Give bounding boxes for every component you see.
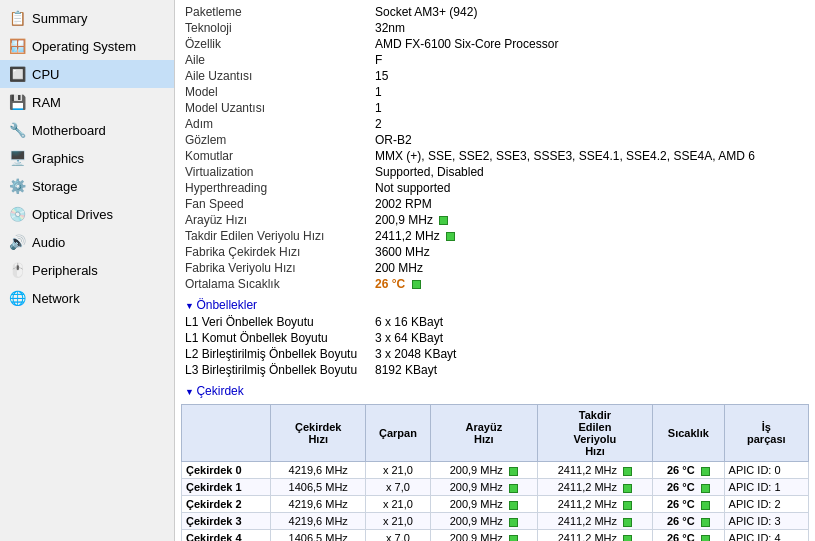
core-row: Çekirdek 0 4219,6 MHz x 21,0 200,9 MHz 2… bbox=[182, 462, 809, 479]
cache-value: 3 x 64 KBayt bbox=[371, 330, 809, 346]
core-apic: APIC ID: 0 bbox=[724, 462, 808, 479]
prop-label: Özellik bbox=[181, 36, 371, 52]
prop-label: Takdir Edilen Veriyolu Hızı bbox=[181, 228, 371, 244]
col-header-name bbox=[182, 405, 271, 462]
core-temp: 26 °C bbox=[653, 462, 725, 479]
core-multiplier: x 7,0 bbox=[365, 530, 430, 542]
table-row: L2 Birleştirilmiş Önbellek Boyutu 3 x 20… bbox=[181, 346, 809, 362]
sidebar-item-os[interactable]: 🪟 Operating System bbox=[0, 32, 174, 60]
table-row: Özellik AMD FX-6100 Six-Core Processor bbox=[181, 36, 809, 52]
indicator-dot bbox=[509, 518, 518, 527]
sidebar-item-cpu[interactable]: 🔲 CPU bbox=[0, 60, 174, 88]
cache-table: L1 Veri Önbellek Boyutu 6 x 16 KBayt L1 … bbox=[181, 314, 809, 378]
core-rated: 2411,2 MHz bbox=[537, 530, 652, 542]
prop-value: OR-B2 bbox=[371, 132, 809, 148]
sidebar-label-cpu: CPU bbox=[32, 67, 59, 82]
table-row: Paketleme Socket AM3+ (942) bbox=[181, 4, 809, 20]
sidebar-item-ram[interactable]: 💾 RAM bbox=[0, 88, 174, 116]
motherboard-icon: 🔧 bbox=[8, 121, 26, 139]
prop-label: Fan Speed bbox=[181, 196, 371, 212]
table-row: Model 1 bbox=[181, 84, 809, 100]
audio-icon: 🔊 bbox=[8, 233, 26, 251]
core-multiplier: x 21,0 bbox=[365, 496, 430, 513]
indicator-dot bbox=[509, 535, 518, 541]
core-section: ÇekirdekHızı Çarpan ArayüzHızı TakdirEdi… bbox=[181, 404, 809, 541]
table-row: L3 Birleştirilmiş Önbellek Boyutu 8192 K… bbox=[181, 362, 809, 378]
sidebar-item-summary[interactable]: 📋 Summary bbox=[0, 4, 174, 32]
col-header-rated: TakdirEdilenVeriyoluHızı bbox=[537, 405, 652, 462]
core-speed: 4219,6 MHz bbox=[271, 462, 366, 479]
cache-label: L2 Birleştirilmiş Önbellek Boyutu bbox=[181, 346, 371, 362]
prop-label: Model bbox=[181, 84, 371, 100]
core-speed: 1406,5 MHz bbox=[271, 530, 366, 542]
core-name: Çekirdek 1 bbox=[182, 479, 271, 496]
core-multiplier: x 7,0 bbox=[365, 479, 430, 496]
indicator-dot bbox=[623, 467, 632, 476]
core-row: Çekirdek 3 4219,6 MHz x 21,0 200,9 MHz 2… bbox=[182, 513, 809, 530]
table-row: Model Uzantısı 1 bbox=[181, 100, 809, 116]
sidebar-item-network[interactable]: 🌐 Network bbox=[0, 284, 174, 312]
optical-icon: 💿 bbox=[8, 205, 26, 223]
sidebar-item-optical[interactable]: 💿 Optical Drives bbox=[0, 200, 174, 228]
prop-value: F bbox=[371, 52, 809, 68]
core-speed: 4219,6 MHz bbox=[271, 496, 366, 513]
sidebar-label-network: Network bbox=[32, 291, 80, 306]
main-content: Paketleme Socket AM3+ (942) Teknoloji 32… bbox=[175, 0, 815, 541]
sidebar-item-motherboard[interactable]: 🔧 Motherboard bbox=[0, 116, 174, 144]
indicator-dot bbox=[701, 535, 710, 541]
cache-value: 8192 KBayt bbox=[371, 362, 809, 378]
prop-label: Gözlem bbox=[181, 132, 371, 148]
prop-label: Teknoloji bbox=[181, 20, 371, 36]
core-speed: 4219,6 MHz bbox=[271, 513, 366, 530]
network-icon: 🌐 bbox=[8, 289, 26, 307]
core-apic: APIC ID: 1 bbox=[724, 479, 808, 496]
prop-value: 1 bbox=[371, 100, 809, 116]
prop-value: 32nm bbox=[371, 20, 809, 36]
sidebar-item-graphics[interactable]: 🖥️ Graphics bbox=[0, 144, 174, 172]
os-icon: 🪟 bbox=[8, 37, 26, 55]
core-row: Çekirdek 1 1406,5 MHz x 7,0 200,9 MHz 24… bbox=[182, 479, 809, 496]
table-row: Aile F bbox=[181, 52, 809, 68]
core-bus: 200,9 MHz bbox=[430, 530, 537, 542]
sidebar-label-audio: Audio bbox=[32, 235, 65, 250]
indicator-dot bbox=[412, 280, 421, 289]
core-rated: 2411,2 MHz bbox=[537, 479, 652, 496]
cache-tree-toggle[interactable]: Önbellekler bbox=[181, 296, 809, 314]
core-temp: 26 °C bbox=[653, 496, 725, 513]
prop-label: Fabrika Çekirdek Hızı bbox=[181, 244, 371, 260]
indicator-dot bbox=[509, 484, 518, 493]
table-row: Virtualization Supported, Disabled bbox=[181, 164, 809, 180]
table-row: L1 Veri Önbellek Boyutu 6 x 16 KBayt bbox=[181, 314, 809, 330]
indicator-dot bbox=[701, 501, 710, 510]
core-tree-toggle[interactable]: Çekirdek bbox=[181, 382, 809, 400]
sidebar-item-audio[interactable]: 🔊 Audio bbox=[0, 228, 174, 256]
prop-value: Socket AM3+ (942) bbox=[371, 4, 809, 20]
prop-value: MMX (+), SSE, SSE2, SSE3, SSSE3, SSE4.1,… bbox=[371, 148, 809, 164]
indicator-dot bbox=[623, 484, 632, 493]
col-header-apic: İşparçası bbox=[724, 405, 808, 462]
sidebar-label-motherboard: Motherboard bbox=[32, 123, 106, 138]
prop-value: 2411,2 MHz bbox=[371, 228, 809, 244]
prop-value: 200 MHz bbox=[371, 260, 809, 276]
sidebar-label-os: Operating System bbox=[32, 39, 136, 54]
sidebar-item-storage[interactable]: ⚙️ Storage bbox=[0, 172, 174, 200]
col-header-temp: Sıcaklık bbox=[653, 405, 725, 462]
prop-value: 2002 RPM bbox=[371, 196, 809, 212]
prop-value: 26 °C bbox=[371, 276, 809, 292]
prop-label: Arayüz Hızı bbox=[181, 212, 371, 228]
core-apic: APIC ID: 3 bbox=[724, 513, 808, 530]
prop-label: Model Uzantısı bbox=[181, 100, 371, 116]
core-row: Çekirdek 4 1406,5 MHz x 7,0 200,9 MHz 24… bbox=[182, 530, 809, 542]
indicator-dot bbox=[701, 467, 710, 476]
cache-label: L1 Komut Önbellek Boyutu bbox=[181, 330, 371, 346]
sidebar-item-peripherals[interactable]: 🖱️ Peripherals bbox=[0, 256, 174, 284]
prop-label: Paketleme bbox=[181, 4, 371, 20]
cache-value: 3 x 2048 KBayt bbox=[371, 346, 809, 362]
prop-value: 200,9 MHz bbox=[371, 212, 809, 228]
indicator-dot bbox=[623, 535, 632, 541]
table-row: Gözlem OR-B2 bbox=[181, 132, 809, 148]
core-name: Çekirdek 4 bbox=[182, 530, 271, 542]
prop-label: Hyperthreading bbox=[181, 180, 371, 196]
core-table: ÇekirdekHızı Çarpan ArayüzHızı TakdirEdi… bbox=[181, 404, 809, 541]
table-row: Fabrika Veriyolu Hızı 200 MHz bbox=[181, 260, 809, 276]
